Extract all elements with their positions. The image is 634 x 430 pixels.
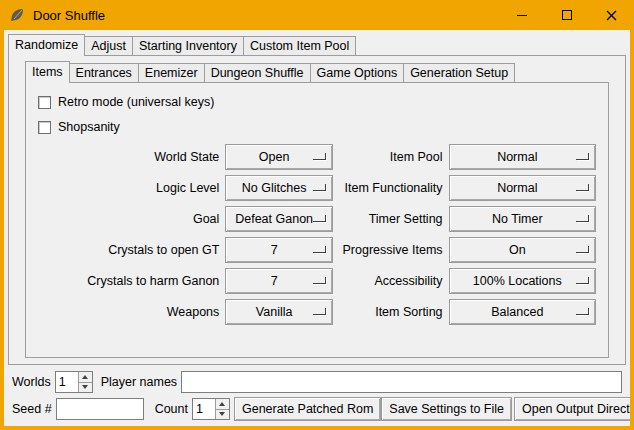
worlds-label: Worlds <box>12 375 51 389</box>
dropdown-indicator-icon <box>313 277 326 284</box>
item-sorting-label: Item Sorting <box>339 305 443 319</box>
worlds-row: Worlds Player names <box>12 371 622 393</box>
randomize-panel: Items Entrances Enemizer Dungeon Shuffle… <box>8 55 626 365</box>
world-state-value: Open <box>259 150 300 164</box>
maximize-icon <box>562 10 572 20</box>
progressive-items-dropdown[interactable]: On <box>449 237 596 263</box>
crystals-open-gt-dropdown[interactable]: 7 <box>225 237 333 263</box>
goal-label: Goal <box>38 212 219 226</box>
tab-randomize[interactable]: Randomize <box>8 34 85 56</box>
accessibility-dropdown[interactable]: 100% Locations <box>449 268 596 294</box>
seed-label: Seed # <box>12 402 52 416</box>
shopsanity-checkbox[interactable] <box>38 121 51 134</box>
crystals-harm-ganon-dropdown[interactable]: 7 <box>225 268 333 294</box>
dropdown-indicator-icon <box>313 184 326 191</box>
crystals-harm-ganon-label: Crystals to harm Ganon <box>38 274 219 288</box>
shopsanity-label: Shopsanity <box>58 120 120 134</box>
accessibility-value: 100% Locations <box>473 274 572 288</box>
window: Door Shuffle Randomize Adjust Starting I… <box>0 0 634 430</box>
count-spin-down-button[interactable] <box>216 410 229 420</box>
dropdown-indicator-icon <box>576 277 589 284</box>
arrow-down-icon <box>219 412 225 416</box>
tab-game-options[interactable]: Game Options <box>310 63 405 82</box>
tab-adjust[interactable]: Adjust <box>84 36 133 55</box>
logic-level-value: No Glitches <box>242 181 317 195</box>
worlds-spin-arrows <box>78 372 92 392</box>
item-sorting-value: Balanced <box>491 305 553 319</box>
tab-entrances[interactable]: Entrances <box>69 63 139 82</box>
arrow-up-icon <box>82 375 88 379</box>
worlds-input[interactable] <box>56 372 78 392</box>
worlds-spin-down-button[interactable] <box>79 383 92 393</box>
count-spin-up-button[interactable] <box>216 399 229 410</box>
generate-patched-rom-button[interactable]: Generate Patched Rom <box>234 397 381 421</box>
options-grid: World State Open Item Pool Normal Logic … <box>38 144 596 325</box>
dropdown-indicator-icon <box>576 184 589 191</box>
tab-items[interactable]: Items <box>25 61 70 83</box>
crystals-open-gt-label: Crystals to open GT <box>38 243 219 257</box>
logic-level-dropdown[interactable]: No Glitches <box>225 175 333 201</box>
tab-generation-setup[interactable]: Generation Setup <box>403 63 515 82</box>
count-spin-arrows <box>215 399 229 419</box>
close-button[interactable] <box>589 0 634 30</box>
worlds-spinbox[interactable] <box>55 371 93 393</box>
dropdown-indicator-icon <box>576 215 589 222</box>
option-row: Crystals to harm Ganon 7 Accessibility 1… <box>38 268 596 294</box>
tab-dungeon-shuffle[interactable]: Dungeon Shuffle <box>204 63 311 82</box>
worlds-spin-up-button[interactable] <box>79 372 92 383</box>
crystals-open-gt-value: 7 <box>271 243 288 257</box>
shopsanity-row: Shopsanity <box>38 116 596 138</box>
weapons-value: Vanilla <box>256 305 303 319</box>
maximize-button[interactable] <box>544 0 589 30</box>
window-controls <box>499 0 634 30</box>
seed-input[interactable] <box>56 398 144 420</box>
dropdown-indicator-icon <box>576 246 589 253</box>
minimize-icon <box>517 15 527 16</box>
player-names-label: Player names <box>101 375 177 389</box>
bottom-bar: Worlds Player names Seed # Count <box>4 371 630 421</box>
tab-starting-inventory[interactable]: Starting Inventory <box>132 36 244 55</box>
item-pool-value: Normal <box>497 150 547 164</box>
app-icon[interactable] <box>9 7 25 23</box>
world-state-dropdown[interactable]: Open <box>225 144 333 170</box>
open-output-directory-button[interactable]: Open Output Directory <box>514 397 630 421</box>
player-names-input[interactable] <box>181 371 622 393</box>
sub-tab-bar: Items Entrances Enemizer Dungeon Shuffle… <box>25 61 625 82</box>
goal-dropdown[interactable]: Defeat Ganon <box>225 206 333 232</box>
tab-enemizer[interactable]: Enemizer <box>138 63 205 82</box>
goal-value: Defeat Ganon <box>235 212 323 226</box>
weapons-label: Weapons <box>38 305 219 319</box>
count-label: Count <box>155 402 188 416</box>
save-settings-button[interactable]: Save Settings to File <box>381 397 512 421</box>
item-sorting-dropdown[interactable]: Balanced <box>449 299 596 325</box>
dropdown-indicator-icon <box>313 308 326 315</box>
option-row: World State Open Item Pool Normal <box>38 144 596 170</box>
option-row: Crystals to open GT 7 Progressive Items … <box>38 237 596 263</box>
progressive-items-label: Progressive Items <box>339 243 443 257</box>
logic-level-label: Logic Level <box>38 181 219 195</box>
item-functionality-dropdown[interactable]: Normal <box>449 175 596 201</box>
count-input[interactable] <box>193 399 215 419</box>
retro-mode-label: Retro mode (universal keys) <box>58 95 214 109</box>
item-pool-dropdown[interactable]: Normal <box>449 144 596 170</box>
weapons-dropdown[interactable]: Vanilla <box>225 299 333 325</box>
minimize-button[interactable] <box>499 0 544 30</box>
main-tab-bar: Randomize Adjust Starting Inventory Cust… <box>8 33 630 55</box>
item-functionality-value: Normal <box>497 181 547 195</box>
seed-row: Seed # Count Generate Patched Rom Save S… <box>12 397 622 421</box>
dropdown-indicator-icon <box>313 215 326 222</box>
crystals-harm-ganon-value: 7 <box>271 274 288 288</box>
window-content: Randomize Adjust Starting Inventory Cust… <box>4 30 630 426</box>
tab-custom-item-pool[interactable]: Custom Item Pool <box>243 36 356 55</box>
option-row: Logic Level No Glitches Item Functionali… <box>38 175 596 201</box>
count-spinbox[interactable] <box>192 398 230 420</box>
retro-mode-checkbox[interactable] <box>38 96 51 109</box>
dropdown-indicator-icon <box>313 246 326 253</box>
items-panel: Retro mode (universal keys) Shopsanity W… <box>25 82 609 358</box>
dropdown-indicator-icon <box>576 153 589 160</box>
option-row: Goal Defeat Ganon Timer Setting No Timer <box>38 206 596 232</box>
titlebar[interactable]: Door Shuffle <box>0 0 634 30</box>
item-functionality-label: Item Functionality <box>339 181 443 195</box>
timer-setting-dropdown[interactable]: No Timer <box>449 206 596 232</box>
arrow-down-icon <box>82 385 88 389</box>
